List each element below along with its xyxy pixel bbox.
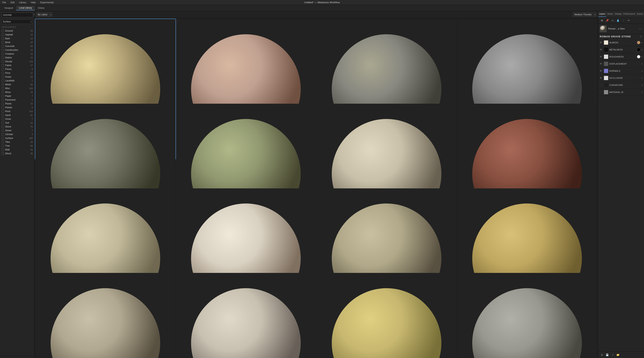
material-card[interactable] [457, 273, 598, 358]
channel-visibility-icon[interactable]: 👁 [600, 77, 603, 79]
filter-select[interactable]: Surface All [2, 20, 33, 24]
channel-expand-icon[interactable]: ▾ [642, 84, 642, 86]
channel-row-albedo[interactable]: 👁 ALBEDO ▾ [598, 39, 644, 46]
category-item-asphalt[interactable]: Asphalt 12 [0, 33, 34, 36]
channel-expand-icon[interactable]: ▾ [642, 49, 642, 51]
category-item-creature[interactable]: Creature 12 [0, 52, 34, 56]
category-item-fabric[interactable]: Fabric 17 [0, 64, 34, 67]
category-checkbox-grass[interactable] [2, 76, 4, 78]
category-item-debris[interactable]: Debris 72 [0, 56, 34, 60]
bottom-folder-icon[interactable]: 📁 [616, 353, 620, 357]
category-checkbox-debris[interactable] [2, 56, 4, 59]
category-checkbox-wall[interactable] [2, 148, 4, 151]
tool-drop-icon[interactable]: 💧 [616, 18, 620, 22]
category-checkbox-soil[interactable] [2, 122, 4, 124]
tool-pen-icon[interactable]: ✏ [626, 18, 631, 22]
category-checkbox-moss[interactable] [2, 91, 4, 94]
category-checkbox-climber[interactable] [2, 133, 4, 136]
channel-expand-icon[interactable]: ▾ [642, 42, 642, 44]
category-checkbox-brick[interactable] [2, 41, 4, 44]
material-card[interactable] [176, 273, 316, 358]
category-checkbox-metal[interactable] [2, 83, 4, 86]
category-item-tiles[interactable]: Tiles 10 [0, 140, 34, 144]
category-checkbox-concrete[interactable] [2, 45, 4, 48]
channel-visibility-icon[interactable]: 👁 [600, 56, 603, 58]
category-checkbox-bark[interactable] [2, 37, 4, 40]
category-item-climber[interactable]: Climber 4 [0, 132, 34, 136]
channel-visibility-icon[interactable]: 👁 [600, 48, 603, 51]
category-checkbox-paper[interactable] [2, 95, 4, 97]
material-more-button[interactable]: ⋯ [638, 27, 642, 31]
tool-grid-icon[interactable]: ⊞ [600, 18, 604, 22]
category-checkbox-stone[interactable] [2, 126, 4, 128]
category-item-misc[interactable]: Misc 128 [0, 86, 34, 90]
category-item-ground[interactable]: Ground 53 [0, 29, 34, 33]
category-item-moss[interactable]: Moss 24 [0, 90, 34, 94]
bottom-export-icon[interactable]: ↗ [610, 353, 615, 357]
channel-expand-icon[interactable]: ▾ [642, 56, 642, 58]
category-checkbox-fabric[interactable] [2, 64, 4, 67]
category-item-lavafield[interactable]: Lavafield 1 [0, 79, 34, 82]
category-checkbox-plants[interactable] [2, 102, 4, 105]
tool-sliders-icon[interactable]: ⟋ [621, 18, 626, 22]
material-card[interactable] [316, 273, 457, 358]
category-item-grass[interactable]: Grass 20 [0, 75, 34, 79]
menu-item-experimental[interactable]: Experimental [39, 1, 54, 4]
channel-visibility-icon[interactable]: ◌ [600, 91, 603, 94]
channel-expand-icon[interactable]: ▾ [642, 63, 642, 65]
tab-online[interactable]: Online [35, 6, 47, 10]
category-item-rock[interactable]: Rock 103 [0, 110, 34, 113]
category-item-concrete[interactable]: Concrete 59 [0, 44, 34, 48]
category-checkbox-construction[interactable] [2, 49, 4, 51]
right-tab-layers[interactable]: Layers [598, 11, 606, 17]
menu-item-edit[interactable]: Edit [10, 1, 15, 4]
bottom-grid-icon[interactable]: ⊞ [600, 353, 604, 357]
category-checkbox-plaster[interactable] [2, 106, 4, 109]
channel-visibility-icon[interactable]: 👁 [600, 62, 603, 65]
category-item-bark[interactable]: Bark 12 [0, 36, 34, 40]
category-item-metal[interactable]: Metal 59 [0, 82, 34, 86]
category-item-stone[interactable]: Stone 75 [0, 125, 34, 128]
category-item-snow[interactable]: Snow 7 [0, 117, 34, 121]
category-item-street[interactable]: Street 7 [0, 128, 34, 132]
category-item-surface[interactable]: Surface 430 [0, 136, 34, 140]
channel-expand-icon[interactable]: ▾ [642, 70, 642, 72]
right-tab-setup[interactable]: Setup [606, 11, 614, 17]
category-checkbox-rock[interactable] [2, 110, 4, 113]
tool-pin-icon[interactable]: 📌 [605, 18, 609, 22]
thumb-size-select[interactable]: Medium Thumbs Small Thumbs Large Thumbs [573, 12, 596, 17]
category-checkbox-pavement[interactable] [2, 99, 4, 101]
category-checkbox-decals[interactable] [2, 60, 4, 63]
category-item-plants[interactable]: Plants 10 [0, 102, 34, 106]
menu-item-file[interactable]: File [2, 1, 7, 4]
right-tab-export[interactable]: Export [636, 11, 644, 17]
category-checkbox-tree[interactable] [2, 145, 4, 147]
category-item-soil[interactable]: Soil 22 [0, 121, 34, 125]
category-item-wall[interactable]: Wall 34 [0, 148, 34, 152]
category-checkbox-misc[interactable] [2, 87, 4, 90]
channel-row-roughness[interactable]: 👁 ROUGHNESS ▾ [598, 53, 644, 60]
category-checkbox-creature[interactable] [2, 53, 4, 55]
category-item-wood[interactable]: Wood 55 [0, 152, 34, 156]
category-checkbox-floors[interactable] [2, 68, 4, 70]
category-checkbox-floor[interactable] [2, 72, 4, 74]
tab-local-library[interactable]: Local Library [16, 6, 35, 10]
category-checkbox-snow[interactable] [2, 118, 4, 120]
category-item-plaster[interactable]: Plaster 6 [0, 106, 34, 110]
channel-expand-icon[interactable]: ▾ [642, 77, 642, 79]
channel-expand-icon[interactable]: ▾ [642, 91, 642, 93]
channel-visibility-icon[interactable]: 👁 [600, 70, 603, 72]
category-checkbox-lavafield[interactable] [2, 80, 4, 82]
category-checkbox-ground[interactable] [2, 30, 4, 32]
channel-visibility-icon[interactable]: ◌ [600, 84, 603, 86]
material-card[interactable] [35, 273, 176, 358]
category-item-sand[interactable]: Sand 61 [0, 113, 34, 117]
menu-item-help[interactable]: Help [30, 1, 36, 4]
right-tab-performance[interactable]: Performance [622, 11, 636, 17]
category-item-construction[interactable]: Construction 12 [0, 48, 34, 52]
channel-row-material id[interactable]: ◌ MATERIAL ID ▾ [598, 89, 644, 96]
tool-rect-icon[interactable]: ▭ [610, 18, 615, 22]
tab-viewport[interactable]: Viewport [2, 6, 16, 10]
search-input[interactable] [2, 13, 33, 17]
category-checkbox-sand[interactable] [2, 114, 4, 116]
